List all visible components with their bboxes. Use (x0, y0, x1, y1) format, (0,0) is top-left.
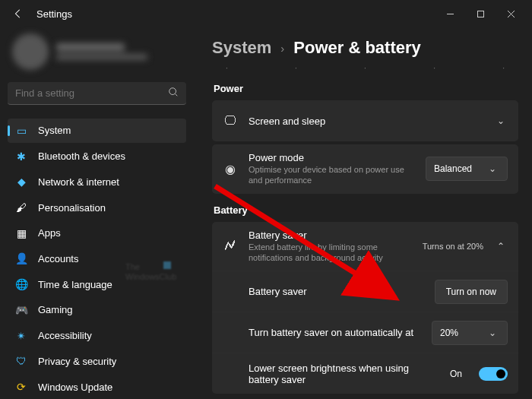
chevron-up-icon: ⌃ (494, 241, 508, 252)
chevron-down-icon: ⌄ (494, 116, 508, 126)
back-button[interactable] (6, 2, 30, 26)
system-icon: ▭ (15, 125, 27, 137)
row-battery-saver-header[interactable]: 🗲 Battery saver Extend battery life by l… (212, 222, 518, 271)
battery-saver-status: Turns on at 20% (423, 242, 483, 251)
turn-on-now-button[interactable]: Turn on now (435, 280, 508, 304)
brightness-toggle[interactable] (479, 367, 508, 381)
content-pane: System › Power & battery ····· Power 🖵 S… (194, 27, 532, 399)
nav-privacy[interactable]: 🛡Privacy & security (8, 350, 186, 374)
section-power-title: Power (214, 83, 518, 94)
row-auto-at: Turn battery saver on automatically at 2… (212, 312, 518, 353)
nav-personalisation[interactable]: 🖌Personalisation (8, 195, 186, 220)
breadcrumb: System › Power & battery (212, 38, 518, 58)
nav-list: ▭System ✱Bluetooth & devices ◆Network & … (8, 119, 186, 399)
row-screen-sleep[interactable]: 🖵 Screen and sleep ⌄ (212, 100, 518, 141)
battery-icon: 🗲 (223, 239, 238, 253)
accessibility-icon: ✴ (15, 330, 27, 342)
minimize-button[interactable] (435, 2, 465, 26)
nav-apps[interactable]: ▦Apps (8, 221, 186, 245)
nav-time[interactable]: 🌐Time & language (8, 272, 186, 296)
nav-update[interactable]: ⟳Windows Update (8, 375, 186, 399)
profile-block[interactable] (8, 27, 186, 82)
row-lower-brightness: Lower screen brightness when using batte… (212, 353, 518, 394)
avatar (12, 33, 49, 70)
bluetooth-icon: ✱ (15, 150, 27, 163)
search-field[interactable] (8, 82, 186, 105)
breadcrumb-current: Power & battery (293, 38, 421, 58)
nav-network[interactable]: ◆Network & internet (8, 169, 186, 194)
window-title: Settings (36, 8, 72, 20)
nav-accessibility[interactable]: ✴Accessibility (8, 324, 186, 348)
breadcrumb-parent[interactable]: System (212, 38, 271, 58)
chevron-down-icon: ⌄ (486, 328, 499, 338)
maximize-button[interactable] (465, 2, 496, 26)
monitor-icon: 🖵 (223, 114, 238, 128)
chevron-right-icon: › (280, 42, 284, 55)
search-input[interactable] (15, 87, 168, 99)
search-icon (168, 87, 179, 100)
globe-icon: 🌐 (15, 278, 27, 290)
apps-icon: ▦ (15, 227, 27, 239)
chevron-down-icon: ⌄ (486, 163, 499, 174)
gauge-icon: ◉ (223, 162, 238, 176)
person-icon: 👤 (15, 252, 27, 264)
auto-at-select[interactable]: 20% ⌄ (432, 321, 508, 345)
wifi-icon: ◆ (15, 176, 27, 188)
row-battery-saver-toggle: Battery saver Turn on now (212, 271, 518, 312)
update-icon: ⟳ (15, 381, 27, 393)
section-battery-title: Battery (214, 204, 518, 216)
row-power-mode: ◉ Power mode Optimise your device based … (212, 144, 518, 194)
nav-accounts[interactable]: 👤Accounts (8, 247, 186, 271)
sidebar: ▭System ✱Bluetooth & devices ◆Network & … (0, 27, 194, 399)
svg-point-1 (169, 88, 176, 95)
nav-bluetooth[interactable]: ✱Bluetooth & devices (8, 144, 186, 169)
svg-rect-0 (477, 11, 483, 17)
power-mode-select[interactable]: Balanced ⌄ (426, 157, 508, 181)
paint-icon: 🖌 (15, 201, 27, 214)
shield-icon: 🛡 (15, 355, 27, 367)
nav-gaming[interactable]: 🎮Gaming (8, 298, 186, 322)
gaming-icon: 🎮 (15, 304, 27, 316)
close-button[interactable] (496, 2, 526, 26)
nav-system[interactable]: ▭System (8, 119, 186, 143)
